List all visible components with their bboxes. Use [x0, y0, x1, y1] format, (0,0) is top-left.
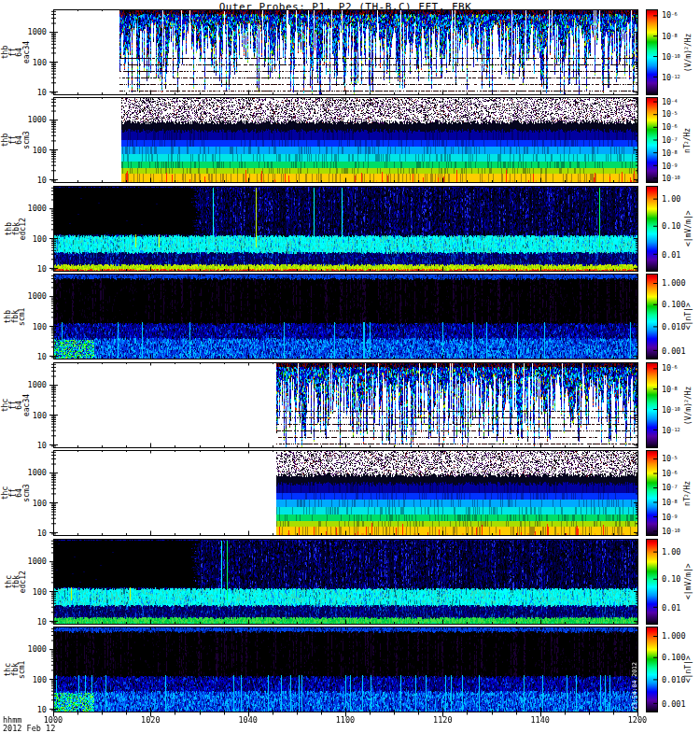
- y-tick-label: 100: [11, 146, 47, 155]
- colorbar-tick-label: 10-4: [662, 97, 678, 106]
- exponent-text: -8: [671, 499, 677, 504]
- label-text: 10: [662, 454, 671, 463]
- label-text: 10: [662, 498, 671, 507]
- label-text: 10: [662, 174, 671, 183]
- colorbar-unit-text: (V/m)2/Hz: [684, 33, 693, 72]
- colorbar-thb-ff-64-scm3: [646, 97, 658, 183]
- label-text: 10: [662, 469, 671, 478]
- exponent-text: -5: [671, 455, 677, 460]
- spectrogram-canvas-thc-ff-64-scm3: [48, 450, 639, 536]
- spectrogram-canvas-thc-fbk-edc12: [48, 539, 639, 625]
- colorbar-tick-label: 10-7: [662, 483, 678, 492]
- label-text: 10: [662, 97, 671, 106]
- colorbar-tick-label: 10-7: [662, 135, 678, 145]
- label-text: 10: [662, 10, 671, 20]
- colorbar-unit-text: (V/m)2/Hz: [684, 386, 693, 425]
- colorbar-tick-label: 10-6: [662, 10, 678, 20]
- label-text: nT: [684, 144, 693, 153]
- colorbar-thb-fbk-scm1: [646, 274, 658, 359]
- label-text: 10: [662, 527, 671, 536]
- exponent-text: -8: [671, 32, 677, 37]
- exponent-text: -5: [671, 110, 677, 116]
- exponent-text: 2: [684, 494, 690, 497]
- exponent-text: -4: [671, 97, 677, 103]
- label-text: <|nT|>: [683, 303, 692, 331]
- panel-id-label-thc-fbk-scm1: thc fbk scm1: [0, 627, 32, 712]
- exponent-text: -6: [671, 11, 677, 17]
- y-tick-label: 10: [11, 705, 47, 714]
- y-tick-label: 10: [11, 441, 47, 450]
- label-text: 10: [662, 426, 671, 435]
- panel-id-label-thb-ff-64-eac34: thb ff 64 eac34: [0, 9, 32, 95]
- colorbar-unit-label: nT2/Hz: [678, 450, 698, 536]
- label-text: 10: [662, 52, 671, 62]
- x-tick-label: 1040: [228, 715, 269, 725]
- y-tick-label: 1000: [11, 115, 47, 124]
- colorbar-unit-text: <|nT|>: [684, 303, 692, 331]
- colorbar-unit-label: <|nT|>: [678, 627, 698, 712]
- colorbar-tick-label: 10-8: [662, 32, 678, 41]
- label-text: 10: [662, 405, 671, 415]
- y-tick-label: 1000: [11, 557, 47, 566]
- y-tick-label: 100: [11, 322, 47, 331]
- plot-area: thb ff 64 eac3410001001010-610-810-1010-…: [0, 0, 700, 747]
- y-tick-label: 1000: [11, 27, 47, 36]
- exponent-text: -6: [671, 123, 677, 129]
- exponent-text: -6: [671, 469, 677, 474]
- spectrogram-canvas-thb-fbk-scm1: [48, 274, 639, 359]
- y-tick-label: 10: [11, 264, 47, 274]
- exponent-text: -7: [671, 136, 677, 142]
- x-tick-label: 1120: [422, 715, 463, 725]
- y-tick-label: 100: [11, 499, 47, 508]
- colorbar-unit-text: <|mV/m|>: [684, 564, 692, 600]
- colorbar-thb-fbk-edc12: [646, 186, 658, 272]
- spectrogram-canvas-thb-ff-64-scm3: [48, 97, 639, 183]
- colorbar-thc-ff-64-scm3: [646, 450, 658, 536]
- y-tick-label: 1000: [11, 291, 47, 301]
- exponent-text: -8: [671, 148, 677, 154]
- y-tick-label: 10: [11, 352, 47, 361]
- label-text: 10: [662, 122, 671, 132]
- colorbar-unit-text: nT2/Hz: [684, 127, 693, 152]
- label-text: 10: [662, 513, 671, 522]
- exponent-text: -6: [671, 364, 677, 370]
- y-tick-label: 100: [11, 58, 47, 67]
- exponent-text: 2: [684, 141, 690, 144]
- colorbar-thc-fbk-scm1: [646, 627, 658, 712]
- label-text: 10: [662, 363, 671, 373]
- label-text: 10: [662, 32, 671, 41]
- exponent-text: 2: [684, 400, 690, 402]
- colorbar-unit-text: <|nT|>: [684, 656, 692, 684]
- colorbar-tick-label: 10-8: [662, 498, 678, 507]
- colorbar-unit-text: <|mV/m|>: [684, 211, 692, 247]
- colorbar-tick-label: 10-6: [662, 363, 678, 373]
- colorbar-tick-label: 10-5: [662, 454, 678, 463]
- y-tick-label: 100: [11, 675, 47, 684]
- exponent-text: -8: [671, 385, 677, 390]
- label-text: 10: [662, 73, 671, 82]
- label-text: 10: [662, 135, 671, 145]
- label-text: /Hz: [684, 480, 693, 493]
- label-text: /Hz: [684, 33, 693, 46]
- label-text: /Hz: [684, 127, 693, 140]
- exponent-text: -9: [671, 162, 677, 167]
- label-text: 10: [662, 483, 671, 492]
- label-text: <|nT|>: [683, 656, 692, 684]
- panel-id-label-thb-ff-64-scm3: thb ff 64 scm3: [0, 97, 32, 183]
- y-tick-label: 1000: [11, 644, 47, 654]
- panel-id-label-thb-fbk-edc12: thb fbk edc12: [0, 186, 32, 272]
- colorbar-tick-label: 10-8: [662, 385, 678, 394]
- label-text: 10: [662, 385, 671, 394]
- colorbar-tick-label: 10-9: [662, 162, 678, 171]
- colorbar-tick-label: 10-5: [662, 109, 678, 119]
- plot-timestamp: 23:54:04 2012: [631, 662, 638, 710]
- label-text: <|mV/m|>: [683, 564, 692, 600]
- y-tick-label: 10: [11, 88, 47, 97]
- y-tick-label: 10: [11, 617, 47, 627]
- x-tick-label: 1140: [520, 715, 561, 725]
- x-tick-label: 1200: [617, 715, 658, 725]
- spectrogram-canvas-thb-fbk-edc12: [48, 186, 639, 272]
- label-text: 10: [662, 162, 671, 171]
- y-tick-label: 100: [11, 234, 47, 244]
- panel-id-label-thc-fbk-edc12: thc fbk edc12: [0, 539, 32, 625]
